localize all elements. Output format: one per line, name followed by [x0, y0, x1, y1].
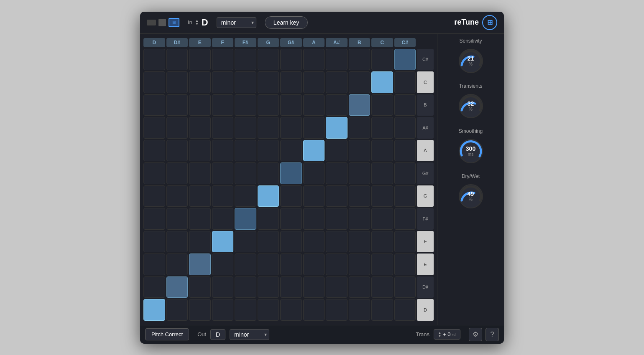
grid-cell[interactable]	[235, 299, 256, 321]
grid-cell[interactable]	[349, 49, 371, 71]
grid-cell[interactable]	[280, 185, 302, 207]
grid-cell[interactable]	[303, 299, 325, 321]
key-up-arrow[interactable]: ▲	[195, 19, 199, 22]
grid-cell-active[interactable]	[212, 231, 234, 253]
grid-cell[interactable]	[326, 162, 348, 184]
grid-cell[interactable]	[371, 162, 393, 184]
grid-cell[interactable]	[258, 162, 279, 184]
grid-cell[interactable]	[303, 276, 325, 298]
grid-cell[interactable]	[258, 49, 279, 71]
grid-cell[interactable]	[258, 94, 279, 116]
grid-cell[interactable]	[326, 276, 348, 298]
grid-cell[interactable]	[143, 276, 165, 298]
learn-key-button[interactable]: Learn key	[265, 16, 308, 29]
grid-cell[interactable]	[212, 49, 234, 71]
grid-cell[interactable]	[189, 117, 211, 139]
grid-cell[interactable]	[258, 231, 279, 253]
grid-cell[interactable]	[349, 140, 371, 162]
grid-cell[interactable]	[326, 299, 348, 321]
grid-cell[interactable]	[258, 71, 279, 93]
grid-cell[interactable]	[166, 208, 188, 230]
grid-cell[interactable]	[280, 299, 302, 321]
grid-cell[interactable]	[212, 185, 234, 207]
grid-cell[interactable]	[212, 117, 234, 139]
grid-cell[interactable]	[143, 49, 165, 71]
grid-cell[interactable]	[303, 117, 325, 139]
grid-cell[interactable]	[258, 254, 279, 275]
out-mode-dropdown[interactable]: minor major chromatic	[230, 329, 269, 340]
grid-cell-active[interactable]	[258, 185, 279, 207]
grid-cell[interactable]	[326, 94, 348, 116]
grid-cell[interactable]	[303, 254, 325, 275]
grid-cell[interactable]	[189, 49, 211, 71]
grid-cell[interactable]	[143, 162, 165, 184]
grid-cell[interactable]	[258, 140, 279, 162]
help-icon-button[interactable]: ?	[486, 328, 499, 341]
grid-cell[interactable]	[189, 185, 211, 207]
grid-cell[interactable]	[394, 299, 416, 321]
grid-cell[interactable]	[371, 254, 393, 275]
grid-cell[interactable]	[212, 140, 234, 162]
grid-cell[interactable]	[189, 231, 211, 253]
grid-cell[interactable]	[166, 299, 188, 321]
grid-cell[interactable]	[235, 276, 256, 298]
grid-cell[interactable]	[303, 208, 325, 230]
grid-cell[interactable]	[258, 208, 279, 230]
grid-cell[interactable]	[143, 71, 165, 93]
grid-cell-active[interactable]	[166, 276, 188, 298]
drywet-knob[interactable]: 49 %	[456, 182, 486, 211]
grid-cell[interactable]	[280, 254, 302, 275]
grid-cell[interactable]	[189, 71, 211, 93]
grid-cell[interactable]	[166, 185, 188, 207]
grid-cell[interactable]	[349, 299, 371, 321]
grid-cell[interactable]	[189, 140, 211, 162]
grid-cell[interactable]	[349, 185, 371, 207]
grid-cell[interactable]	[235, 140, 256, 162]
grid-cell[interactable]	[371, 276, 393, 298]
grid-cell[interactable]	[394, 208, 416, 230]
grid-cell[interactable]	[394, 140, 416, 162]
grid-cell[interactable]	[349, 117, 371, 139]
grid-cell[interactable]	[303, 231, 325, 253]
grid-cell[interactable]	[235, 231, 256, 253]
grid-cell[interactable]	[280, 117, 302, 139]
sensitivity-knob[interactable]: 21 %	[456, 46, 486, 76]
grid-cell-active[interactable]	[326, 117, 348, 139]
trans-up[interactable]: ▲	[438, 331, 441, 334]
grid-cell[interactable]	[258, 299, 279, 321]
grid-cell[interactable]	[371, 299, 393, 321]
grid-cell[interactable]	[280, 71, 302, 93]
grid-cell[interactable]	[394, 254, 416, 275]
grid-cell[interactable]	[280, 140, 302, 162]
grid-cell[interactable]	[189, 208, 211, 230]
grid-cell[interactable]	[212, 254, 234, 275]
mode-dropdown[interactable]: minor major chromatic	[217, 17, 256, 28]
grid-cell[interactable]	[189, 276, 211, 298]
grid-cell[interactable]	[280, 231, 302, 253]
grid-cell[interactable]	[371, 140, 393, 162]
grid-cell[interactable]	[235, 185, 256, 207]
grid-cell[interactable]	[394, 276, 416, 298]
grid-cell[interactable]	[326, 231, 348, 253]
grid-cell[interactable]	[326, 208, 348, 230]
grid-cell[interactable]	[166, 254, 188, 275]
grid-cell[interactable]	[349, 254, 371, 275]
grid-cell[interactable]	[143, 94, 165, 116]
grid-cell[interactable]	[371, 94, 393, 116]
grid-cell[interactable]	[235, 49, 256, 71]
grid-cell[interactable]	[349, 71, 371, 93]
grid-cell[interactable]	[303, 185, 325, 207]
smoothing-knob[interactable]: 300 ms	[456, 137, 486, 166]
gear-icon-button[interactable]: ⚙	[469, 328, 482, 341]
grid-cell[interactable]	[166, 94, 188, 116]
grid-cell[interactable]	[189, 299, 211, 321]
grid-cell[interactable]	[258, 117, 279, 139]
grid-cell[interactable]	[143, 208, 165, 230]
grid-cell[interactable]	[166, 140, 188, 162]
grid-cell-active[interactable]	[371, 71, 393, 93]
grid-cell[interactable]	[371, 185, 393, 207]
grid-cell[interactable]	[303, 94, 325, 116]
grid-cell[interactable]	[235, 71, 256, 93]
grid-cell[interactable]	[280, 276, 302, 298]
grid-cell[interactable]	[189, 94, 211, 116]
